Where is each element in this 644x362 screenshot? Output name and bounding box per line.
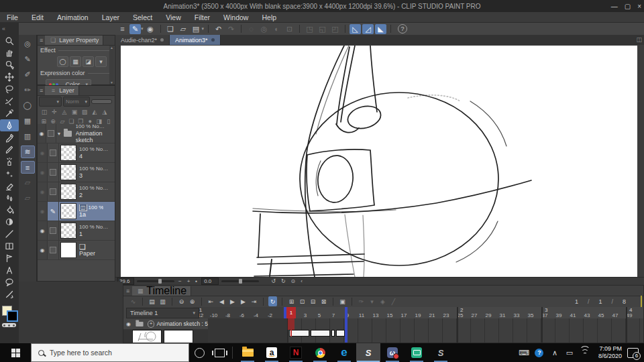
zoom-slider[interactable] (137, 280, 174, 282)
blend-mode-dropdown[interactable]: ▾ (39, 97, 62, 107)
onion-ref-icon[interactable]: ◬ (60, 108, 68, 116)
tool-panel-collapse[interactable]: « (0, 22, 19, 35)
decoration-tool[interactable] (0, 168, 19, 180)
rotation-slider[interactable] (221, 280, 259, 282)
pencil-tool[interactable] (0, 131, 19, 143)
toolbar-menu-icon[interactable]: ≡ (117, 24, 128, 34)
menu-window[interactable]: Window (217, 13, 255, 21)
figure-tool[interactable] (0, 228, 19, 240)
timeline-tab[interactable]: ▦ Timeline (132, 286, 191, 296)
layer-visibility-eye-icon[interactable]: ◉ (38, 241, 48, 259)
next-frame-icon[interactable]: ▶ (239, 296, 248, 306)
selection-launcher-icon[interactable]: ◱ (317, 24, 328, 34)
current-tool-icon[interactable]: ✎ (129, 24, 141, 34)
cel-thumbnail-row[interactable] (123, 329, 208, 343)
selection-border-icon[interactable]: ◰ (329, 24, 341, 34)
close-button[interactable]: × (637, 3, 641, 10)
minimize-button[interactable]: — (611, 3, 618, 10)
lock-transparent-icon[interactable]: ▨ (80, 108, 89, 116)
operation-tool[interactable] (0, 59, 19, 71)
opacity-slider[interactable] (91, 99, 112, 104)
layer-thumbnail[interactable] (60, 203, 76, 219)
menu-layer[interactable]: Layer (95, 13, 126, 21)
snap-special-ruler-icon[interactable]: ◿ (362, 24, 374, 34)
menu-filter[interactable]: Filter (188, 13, 217, 21)
rotate-cw-button[interactable]: ↻ (280, 278, 287, 284)
gradient-tool[interactable] (0, 216, 19, 228)
taskbar-app-clip-studio[interactable]: S (429, 343, 453, 362)
fit-screen-button[interactable]: ▪ (194, 278, 199, 284)
tone-effect-icon[interactable]: ▦ (70, 56, 81, 67)
airbrush-tool[interactable] (0, 156, 19, 168)
snap-grid-icon[interactable]: ◣ (375, 24, 386, 34)
blend-mode-value[interactable]: Norm▾ (63, 97, 90, 107)
auto-select-tool[interactable] (0, 95, 19, 107)
layer-row-2[interactable]: ◉100 % Norm2 (38, 182, 115, 202)
clip-studio-open-icon[interactable]: ◉ (145, 24, 156, 34)
batch-specify-cel-icon[interactable]: ⊠ (319, 296, 328, 306)
layer-visibility-eye-icon[interactable]: ◉ (38, 163, 48, 182)
layer-visibility-eye-icon[interactable]: ◉ (38, 143, 48, 162)
template-icon[interactable]: ✛ (50, 108, 58, 116)
panel-tab-color-wheel[interactable]: ◯ (21, 99, 35, 112)
layer-row-animation-sketch[interactable]: ◉▼100 % NormalAnimation sketch (38, 124, 115, 143)
eraser-tool[interactable] (0, 180, 19, 192)
cel-bar-4[interactable] (336, 330, 345, 337)
menu-animation[interactable]: Animation (50, 13, 95, 21)
track-visibility-eye-icon[interactable]: ◉ (126, 321, 131, 327)
lock-layer-icon[interactable]: ▣ (70, 108, 78, 116)
cel-settings-icon[interactable]: ✑ (357, 296, 366, 306)
menu-file[interactable]: File (0, 13, 25, 21)
loop-icon[interactable]: ↻ (268, 296, 277, 306)
keyboard-icon[interactable]: ⌨ (517, 349, 531, 357)
go-to-end-icon[interactable]: ⇥ (250, 296, 258, 306)
taskbar-app-chrome[interactable] (308, 343, 332, 362)
timeline-name-dropdown[interactable]: Timeline 1▾ (126, 308, 199, 318)
task-view-button[interactable] (209, 343, 229, 362)
title-bar[interactable]: Animation3* (3500 x 4000px With blank sp… (0, 0, 644, 12)
playback-range-end-marker[interactable] (345, 307, 347, 343)
fill-tool[interactable] (0, 204, 19, 216)
tab-modified-dot[interactable] (160, 38, 164, 42)
panel-tab-sub-tool[interactable]: ✎ (21, 53, 35, 66)
zoom-out-timeline-icon[interactable]: ⊖ (177, 296, 186, 306)
menu-select[interactable]: Select (126, 13, 159, 21)
save-icon-dropdown[interactable]: ▾ (202, 26, 205, 32)
new-animation-folder-icon[interactable]: ⊞ (287, 296, 296, 306)
panel-menu-icon[interactable]: ≡ (123, 288, 132, 294)
palette-color-icon[interactable]: ◫ (40, 108, 48, 116)
rotation-value[interactable]: 0.0 (201, 278, 219, 285)
panel-tab-information[interactable]: ▱ (21, 192, 35, 204)
get-help-button[interactable]: ? (531, 349, 547, 357)
layer-visibility-eye-icon[interactable]: ◉ (38, 124, 46, 143)
current-tool-icon-dropdown[interactable]: ▾ (141, 26, 144, 32)
folder-expand-chevron-icon[interactable]: ▼ (57, 131, 62, 136)
reset-view-button[interactable]: ⊙ (290, 278, 297, 284)
taskbar-app-discord[interactable]: ω (380, 343, 405, 362)
back-view-button[interactable]: ‹ (299, 278, 304, 284)
panel-tab-layer-search[interactable]: ≋ (21, 145, 35, 158)
add-track-button[interactable]: + (148, 320, 155, 328)
taskbar-search-input[interactable]: Type here to search (31, 343, 189, 362)
rotate-ccw-button[interactable]: ↺ (270, 278, 277, 284)
tablet-icon[interactable]: ▭ (562, 349, 577, 357)
snap-ruler-icon[interactable]: ◺ (350, 24, 361, 34)
layer-edit-mark-icon[interactable]: ✎ (48, 202, 59, 221)
panel-tab-color-set[interactable]: ▦ (21, 115, 35, 127)
panel-menu-icon[interactable]: ≡ (38, 37, 45, 44)
ruler-show-icon[interactable]: ◮ (101, 108, 109, 116)
layer-checkbox[interactable] (48, 221, 59, 240)
reselect-icon[interactable]: ◎ (258, 24, 270, 34)
open-file-icon[interactable]: ▱ (178, 24, 189, 34)
clock[interactable]: 7:09 PM 8/6/2020 (593, 345, 627, 360)
line-correction-tool[interactable] (0, 288, 19, 300)
document-tab-animation3[interactable]: Animation3* (170, 35, 221, 45)
tray-expand-chevron-icon[interactable]: ∧ (547, 349, 562, 357)
panel-tab-layer[interactable]: ≡ (21, 161, 35, 174)
layer-checkbox[interactable] (48, 182, 59, 201)
cortana-button[interactable] (189, 343, 209, 362)
border-effect-icon[interactable]: ◯ (57, 56, 68, 67)
tab-list-icon[interactable]: ◫ (636, 36, 642, 43)
layer-row-4[interactable]: ◉100 % Norm4 (38, 143, 115, 163)
brush-tool[interactable] (0, 143, 19, 156)
